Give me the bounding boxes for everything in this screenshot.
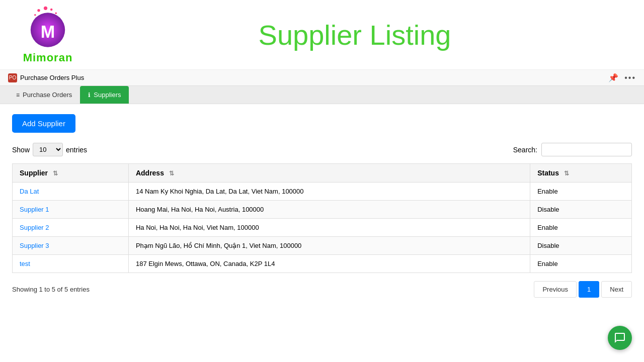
tab-suppliers[interactable]: ℹ Suppliers <box>80 86 129 104</box>
table-row: Supplier 3 Phạm Ngũ Lão, Hồ Chí Minh, Qu… <box>13 237 632 255</box>
svg-point-0 <box>37 9 40 12</box>
cell-address: 14 Nam Ky Khoi Nghia, Da Lat, Da Lat, Vi… <box>128 183 530 201</box>
table-row: Supplier 2 Ha Noi, Ha Noi, Ha Noi, Viet … <box>13 219 632 237</box>
entries-select[interactable]: 10 25 50 100 <box>33 143 63 156</box>
cell-status: Disable <box>530 237 632 255</box>
sort-status-icon: ⇅ <box>564 170 569 177</box>
cell-address: Phạm Ngũ Lão, Hồ Chí Minh, Quận 1, Viet … <box>128 237 530 255</box>
cell-supplier: test <box>13 255 129 273</box>
col-address[interactable]: Address ⇅ <box>128 164 530 183</box>
cell-status: Enable <box>530 219 632 237</box>
previous-button[interactable]: Previous <box>534 281 577 298</box>
content: Add Supplier Show 10 25 50 100 entries S… <box>0 104 644 308</box>
tab-purchase-orders[interactable]: ≡ Purchase Orders <box>8 86 80 104</box>
show-entries: Show 10 25 50 100 entries <box>12 143 87 156</box>
app-bar: PO Purchase Orders Plus 📌 ••• <box>0 70 644 86</box>
supplier-link[interactable]: test <box>20 260 30 267</box>
controls-row: Show 10 25 50 100 entries Search: <box>12 143 632 156</box>
supplier-link[interactable]: Da Lat <box>20 188 39 195</box>
table-body: Da Lat 14 Nam Ky Khoi Nghia, Da Lat, Da … <box>13 183 632 273</box>
add-supplier-button[interactable]: Add Supplier <box>12 114 75 133</box>
cell-address: 187 Elgin Mews, Ottawa, ON, Canada, K2P … <box>128 255 530 273</box>
svg-point-4 <box>34 14 36 16</box>
pin-icon[interactable]: 📌 <box>608 73 618 82</box>
col-supplier[interactable]: Supplier ⇅ <box>13 164 129 183</box>
show-label: Show <box>12 146 30 154</box>
app-bar-right: 📌 ••• <box>608 73 636 82</box>
header: M Mimoran Supplier Listing <box>0 0 644 70</box>
col-status-label: Status <box>537 169 559 177</box>
cell-supplier: Supplier 3 <box>13 237 129 255</box>
suppliers-table: Supplier ⇅ Address ⇅ Status ⇅ Da Lat 14 … <box>12 163 632 273</box>
app-bar-icon: PO <box>8 73 17 82</box>
tab-suppliers-label: Suppliers <box>94 91 121 99</box>
svg-point-3 <box>55 12 57 14</box>
supplier-link[interactable]: Supplier 2 <box>20 224 49 231</box>
col-address-label: Address <box>136 169 164 177</box>
table-row: Da Lat 14 Nam Ky Khoi Nghia, Da Lat, Da … <box>13 183 632 201</box>
search-input[interactable] <box>541 143 632 156</box>
entries-label: entries <box>66 146 87 154</box>
nav-tabs: ≡ Purchase Orders ℹ Suppliers <box>0 86 644 104</box>
more-icon[interactable]: ••• <box>624 73 636 82</box>
cell-status: Disable <box>530 201 632 219</box>
cell-status: Enable <box>530 255 632 273</box>
page-1-button[interactable]: 1 <box>579 281 599 298</box>
cell-supplier: Supplier 2 <box>13 219 129 237</box>
supplier-link[interactable]: Supplier 3 <box>20 242 49 249</box>
col-status[interactable]: Status ⇅ <box>530 164 632 183</box>
next-button[interactable]: Next <box>601 281 632 298</box>
purchase-orders-icon: ≡ <box>16 92 20 99</box>
app-bar-title: Purchase Orders Plus <box>20 74 84 81</box>
cell-address: Ha Noi, Ha Noi, Ha Noi, Viet Nam, 100000 <box>128 219 530 237</box>
cell-status: Enable <box>530 183 632 201</box>
page-title: Supplier Listing <box>80 19 629 51</box>
logo-brand-text: Mimoran <box>23 51 73 64</box>
suppliers-icon: ℹ <box>88 92 91 99</box>
col-supplier-label: Supplier <box>20 169 48 177</box>
pagination-buttons: Previous 1 Next <box>534 281 632 298</box>
table-row: test 187 Elgin Mews, Ottawa, ON, Canada,… <box>13 255 632 273</box>
sort-address-icon: ⇅ <box>169 170 174 177</box>
pagination-row: Showing 1 to 5 of 5 entries Previous 1 N… <box>12 281 632 298</box>
cell-supplier: Supplier 1 <box>13 201 129 219</box>
logo-area: M Mimoran <box>15 5 80 64</box>
svg-point-1 <box>44 7 47 10</box>
search-box: Search: <box>513 143 632 156</box>
search-label: Search: <box>513 146 537 154</box>
sort-supplier-icon: ⇅ <box>53 170 58 177</box>
app-bar-left: PO Purchase Orders Plus <box>8 73 84 82</box>
cell-address: Hoang Mai, Ha Noi, Ha Noi, Austria, 1000… <box>128 201 530 219</box>
svg-point-2 <box>50 9 53 11</box>
logo-image: M <box>25 5 70 50</box>
table-row: Supplier 1 Hoang Mai, Ha Noi, Ha Noi, Au… <box>13 201 632 219</box>
supplier-link[interactable]: Supplier 1 <box>20 206 49 213</box>
table-header: Supplier ⇅ Address ⇅ Status ⇅ <box>13 164 632 183</box>
pagination-info: Showing 1 to 5 of 5 entries <box>12 286 90 293</box>
tab-purchase-orders-label: Purchase Orders <box>23 91 72 99</box>
cell-supplier: Da Lat <box>13 183 129 201</box>
svg-text:M: M <box>41 22 55 41</box>
